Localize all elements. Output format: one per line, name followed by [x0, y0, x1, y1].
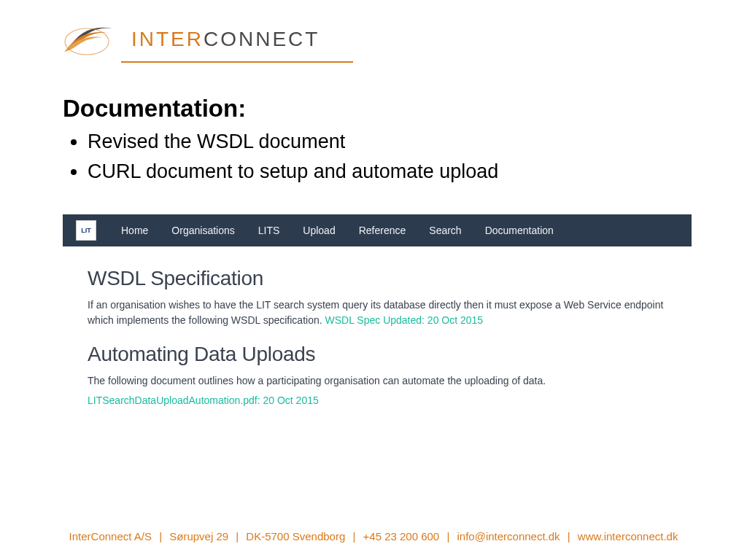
bullet-item: CURL document to setup and automate uplo… [88, 157, 684, 187]
nav-home[interactable]: Home [109, 225, 160, 236]
logo-swirl-icon [61, 20, 127, 59]
slide-bullets: Revised the WSDL document CURL document … [63, 127, 684, 186]
logo-underline [121, 61, 353, 63]
nav-upload[interactable]: Upload [291, 225, 347, 236]
footer-city: DK-5700 Svendborg [246, 530, 345, 542]
nav-search[interactable]: Search [417, 225, 473, 236]
slide-title: Documentation: [63, 95, 684, 122]
nav-reference[interactable]: Reference [347, 225, 418, 236]
footer-phone: +45 23 200 600 [363, 530, 440, 542]
footer: InterConnect A/S | Sørupvej 29 | DK-5700… [0, 530, 747, 542]
nav-lits[interactable]: LITS [247, 225, 292, 236]
automation-link[interactable]: LITSearchDataUploadAutomation.pdf: 20 Oc… [88, 394, 319, 406]
wsdl-link[interactable]: WSDL Spec Updated: 20 Oct 2015 [325, 314, 484, 326]
separator-icon: | [446, 530, 449, 542]
embed-content: WSDL Specification If an organisation wi… [63, 246, 692, 420]
logo-text: INTERCONNECT [131, 28, 320, 51]
separator-icon: | [352, 530, 355, 542]
footer-company: InterConnect A/S [69, 530, 152, 542]
separator-icon: | [568, 530, 570, 542]
embedded-screenshot: LIT Home Organisations LITS Upload Refer… [63, 214, 692, 420]
separator-icon: | [159, 530, 162, 542]
footer-web[interactable]: www.interconnect.dk [578, 530, 678, 542]
company-logo: INTERCONNECT [61, 18, 353, 61]
wsdl-body: If an organisation wishes to have the LI… [88, 298, 667, 328]
wsdl-heading: WSDL Specification [88, 267, 667, 290]
nav-logo-icon[interactable]: LIT [76, 220, 96, 241]
automation-heading: Automating Data Uploads [88, 343, 667, 366]
footer-email[interactable]: info@interconnect.dk [457, 530, 560, 542]
nav-documentation[interactable]: Documentation [473, 225, 565, 236]
separator-icon: | [236, 530, 239, 542]
navbar: LIT Home Organisations LITS Upload Refer… [63, 214, 692, 246]
automation-body: The following document outlines how a pa… [88, 373, 667, 389]
footer-street: Sørupvej 29 [169, 530, 228, 542]
nav-organisations[interactable]: Organisations [160, 225, 246, 236]
slide-content: Documentation: Revised the WSDL document… [63, 95, 684, 186]
bullet-item: Revised the WSDL document [88, 127, 684, 157]
